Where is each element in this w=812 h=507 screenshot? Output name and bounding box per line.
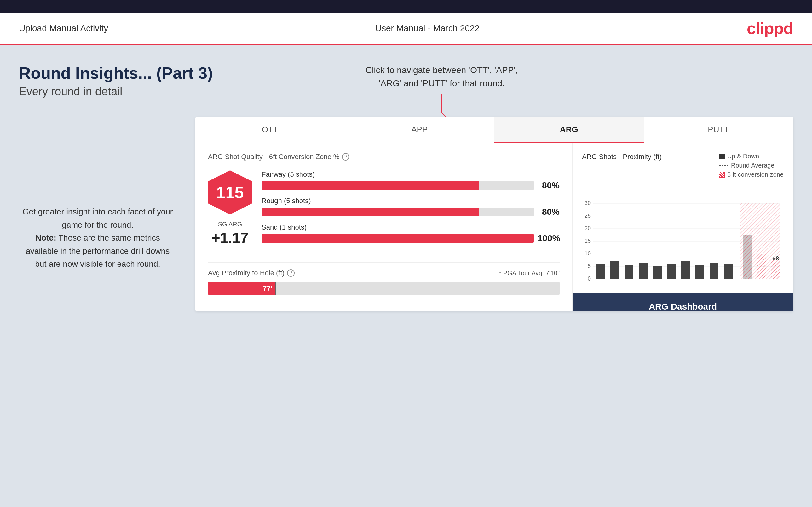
hexagon-value: 115 bbox=[216, 183, 244, 202]
legend-item-6ft: 6 ft conversion zone bbox=[719, 171, 783, 178]
shot-quality-content: 115 SG ARG +1.17 Fairway (5 shots) bbox=[208, 170, 560, 250]
bar-row-rough: 80% bbox=[261, 207, 560, 217]
conversion-zone-label: 6ft Conversion Zone % ? bbox=[269, 153, 350, 161]
dashboard-card: OTT APP ARG PUTT ARG Shot Quality 6ft Co… bbox=[195, 117, 793, 311]
legend-roundavg-label: Round Average bbox=[731, 162, 774, 169]
left-panel: Get greater insight into each facet of y… bbox=[19, 117, 176, 311]
bar-fill-sand bbox=[261, 234, 534, 243]
bar-label-rough: Rough (5 shots) bbox=[261, 197, 560, 205]
page-title: Round Insights... (Part 3) bbox=[19, 64, 213, 82]
svg-rect-22 bbox=[596, 264, 605, 279]
chart-legend: Up & Down Round Average 6 ft conversion … bbox=[719, 153, 783, 178]
upload-label: Upload Manual Activity bbox=[19, 23, 108, 34]
bar-track-sand bbox=[261, 234, 534, 243]
svg-rect-26 bbox=[653, 267, 662, 279]
proximity-value: 77' bbox=[263, 284, 272, 292]
shot-quality-header: ARG Shot Quality 6ft Conversion Zone % ? bbox=[208, 153, 560, 161]
shot-quality-label: ARG Shot Quality bbox=[208, 153, 263, 161]
svg-text:15: 15 bbox=[585, 238, 591, 244]
card-left: ARG Shot Quality 6ft Conversion Zone % ?… bbox=[195, 143, 572, 311]
chart-title: ARG Shots - Proximity (ft) bbox=[582, 153, 662, 161]
bar-fill-fairway bbox=[261, 181, 479, 190]
svg-rect-33 bbox=[743, 235, 752, 279]
card-right: ARG Shots - Proximity (ft) Up & Down Rou… bbox=[572, 143, 793, 311]
bar-percent-fairway: 80% bbox=[538, 180, 560, 190]
page-title-section: Round Insights... (Part 3) Every round i… bbox=[19, 64, 213, 98]
bar-item-fairway: Fairway (5 shots) 80% bbox=[261, 170, 560, 190]
bar-track-fairway bbox=[261, 181, 534, 190]
tab-putt[interactable]: PUTT bbox=[644, 117, 794, 143]
svg-rect-35 bbox=[771, 260, 780, 279]
arg-dashboard-button[interactable]: ARG Dashboard bbox=[572, 293, 793, 311]
proximity-bar-track: 77' bbox=[208, 282, 560, 295]
bar-percent-rough: 80% bbox=[538, 207, 560, 217]
proximity-label: Avg Proximity to Hole (ft) ? bbox=[208, 269, 295, 277]
proximity-header: Avg Proximity to Hole (ft) ? ↑ PGA Tour … bbox=[208, 269, 560, 277]
bar-row-fairway: 80% bbox=[261, 180, 560, 190]
legend-6ft-label: 6 ft conversion zone bbox=[727, 171, 783, 178]
nav-annotation: Click to navigate between 'OTT', 'APP', … bbox=[365, 64, 518, 125]
chart-svg: 0 5 10 15 20 25 30 bbox=[582, 184, 783, 285]
svg-text:30: 30 bbox=[585, 200, 591, 206]
main-content: Round Insights... (Part 3) Every round i… bbox=[0, 45, 812, 507]
svg-rect-23 bbox=[610, 261, 619, 279]
annotation-container: Round Insights... (Part 3) Every round i… bbox=[19, 64, 793, 111]
annotation-line2: 'ARG' and 'PUTT' for that round. bbox=[365, 77, 518, 90]
svg-rect-31 bbox=[724, 264, 732, 279]
svg-rect-30 bbox=[710, 263, 718, 279]
left-text: Get greater insight into each facet of y… bbox=[23, 207, 173, 269]
svg-rect-24 bbox=[624, 265, 633, 279]
manual-label: User Manual - March 2022 bbox=[375, 23, 479, 34]
note-bold: Note: bbox=[35, 233, 56, 242]
svg-rect-27 bbox=[667, 264, 676, 279]
proximity-bar-fill: 77' bbox=[208, 282, 275, 295]
svg-rect-28 bbox=[681, 261, 690, 279]
svg-text:20: 20 bbox=[585, 225, 591, 231]
legend-dashed-icon bbox=[719, 165, 728, 166]
bar-item-sand: Sand (1 shots) 100% bbox=[261, 223, 560, 243]
legend-item-roundavg: Round Average bbox=[719, 162, 783, 169]
conversion-zone-text: 6ft Conversion Zone % bbox=[269, 153, 340, 161]
proximity-cursor bbox=[275, 282, 276, 295]
tabs-container: OTT APP ARG PUTT bbox=[195, 117, 793, 143]
chart-area: 0 5 10 15 20 25 30 bbox=[582, 184, 783, 287]
sg-arg-value: +1.17 bbox=[212, 229, 248, 246]
top-bar bbox=[0, 0, 812, 13]
sg-arg-section: SG ARG +1.17 bbox=[212, 221, 248, 246]
bar-label-fairway: Fairway (5 shots) bbox=[261, 170, 560, 178]
hexagon-wrapper: 115 SG ARG +1.17 bbox=[208, 170, 252, 250]
tab-ott[interactable]: OTT bbox=[195, 117, 345, 143]
svg-rect-29 bbox=[696, 265, 704, 279]
legend-square-icon bbox=[719, 154, 725, 159]
svg-text:5: 5 bbox=[588, 263, 591, 269]
bars-section: Fairway (5 shots) 80% Rough (5 shots) bbox=[261, 170, 560, 250]
bar-percent-sand: 100% bbox=[538, 233, 560, 243]
chart-header: ARG Shots - Proximity (ft) Up & Down Rou… bbox=[582, 153, 783, 178]
tab-arg[interactable]: ARG bbox=[494, 117, 644, 143]
svg-rect-34 bbox=[757, 254, 766, 279]
pga-avg-label: ↑ PGA Tour Avg: 7'10" bbox=[498, 270, 560, 277]
bar-item-rough: Rough (5 shots) 80% bbox=[261, 197, 560, 217]
svg-text:0: 0 bbox=[588, 276, 591, 282]
svg-text:10: 10 bbox=[585, 250, 591, 257]
help-icon[interactable]: ? bbox=[342, 153, 349, 161]
content-wrapper: Get greater insight into each facet of y… bbox=[19, 117, 793, 311]
annotation-line1: Click to navigate between 'OTT', 'APP', bbox=[365, 64, 518, 77]
legend-hatched-icon bbox=[719, 172, 725, 178]
card-body: ARG Shot Quality 6ft Conversion Zone % ?… bbox=[195, 143, 793, 311]
tab-app[interactable]: APP bbox=[345, 117, 495, 143]
page-subtitle: Every round in detail bbox=[19, 85, 213, 98]
hexagon: 115 bbox=[208, 170, 252, 215]
bar-row-sand: 100% bbox=[261, 233, 560, 243]
svg-text:25: 25 bbox=[585, 213, 591, 219]
bar-track-rough bbox=[261, 208, 534, 216]
legend-updown-label: Up & Down bbox=[727, 153, 759, 160]
logo: clippd bbox=[747, 19, 793, 38]
svg-rect-25 bbox=[639, 263, 648, 279]
proximity-label-text: Avg Proximity to Hole (ft) bbox=[208, 269, 285, 277]
proximity-help-icon[interactable]: ? bbox=[287, 269, 295, 277]
bar-fill-rough bbox=[261, 208, 479, 216]
bar-label-sand: Sand (1 shots) bbox=[261, 223, 560, 231]
proximity-section: Avg Proximity to Hole (ft) ? ↑ PGA Tour … bbox=[208, 262, 560, 295]
sg-arg-label: SG ARG bbox=[212, 221, 248, 228]
